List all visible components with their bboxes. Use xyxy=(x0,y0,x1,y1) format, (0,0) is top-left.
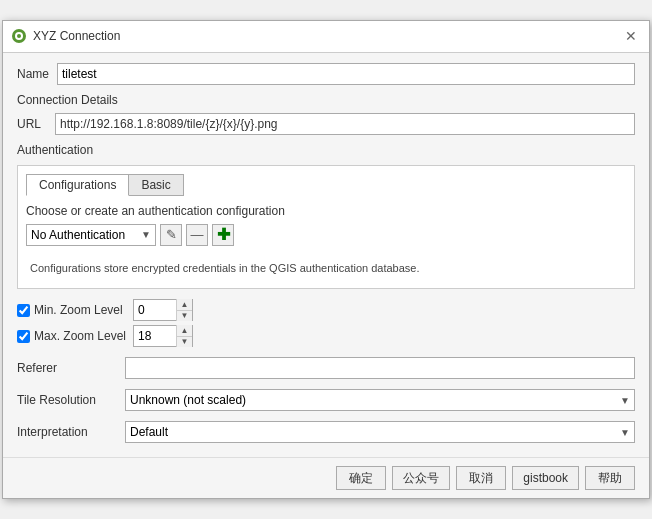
interpretation-value: Default xyxy=(130,425,168,439)
max-zoom-arrows: ▲ ▼ xyxy=(176,325,192,347)
wechat-button[interactable]: 公众号 xyxy=(392,466,450,490)
ok-button[interactable]: 确定 xyxy=(336,466,386,490)
titlebar: XYZ Connection ✕ xyxy=(3,21,649,53)
edit-icon: ✎ xyxy=(166,227,177,242)
auth-dropdown-value: No Authentication xyxy=(31,228,125,242)
auth-tabs: Configurations Basic xyxy=(26,174,626,196)
close-button[interactable]: ✕ xyxy=(621,29,641,43)
gistbook-button[interactable]: gistbook xyxy=(512,466,579,490)
add-icon: ✚ xyxy=(217,225,230,244)
url-label: URL xyxy=(17,117,47,131)
tile-resolution-select[interactable]: Unknown (not scaled) ▼ xyxy=(125,389,635,411)
cancel-button[interactable]: 取消 xyxy=(456,466,506,490)
tab-configurations[interactable]: Configurations xyxy=(26,174,129,196)
edit-auth-button[interactable]: ✎ xyxy=(160,224,182,246)
remove-auth-button[interactable]: — xyxy=(186,224,208,246)
min-zoom-label: Min. Zoom Level xyxy=(17,303,127,317)
tile-resolution-value: Unknown (not scaled) xyxy=(130,393,246,407)
referer-input[interactable] xyxy=(125,357,635,379)
max-zoom-checkbox[interactable] xyxy=(17,330,30,343)
max-zoom-label: Max. Zoom Level xyxy=(17,329,127,343)
min-zoom-spinbox: ▲ ▼ xyxy=(133,299,193,321)
min-zoom-down-button[interactable]: ▼ xyxy=(177,311,192,322)
max-zoom-up-button[interactable]: ▲ xyxy=(177,325,192,337)
max-zoom-input[interactable] xyxy=(134,326,176,346)
auth-config-row: No Authentication ▼ ✎ — ✚ xyxy=(26,224,626,246)
connection-details-label: Connection Details xyxy=(17,93,635,107)
referer-label: Referer xyxy=(17,361,117,375)
help-button[interactable]: 帮助 xyxy=(585,466,635,490)
authentication-box: Configurations Basic Choose or create an… xyxy=(17,165,635,290)
min-zoom-input[interactable] xyxy=(134,300,176,320)
window-title: XYZ Connection xyxy=(33,29,120,43)
min-zoom-arrows: ▲ ▼ xyxy=(176,299,192,321)
auth-config-description: Choose or create an authentication confi… xyxy=(26,204,626,218)
interpretation-arrow-icon: ▼ xyxy=(620,427,630,438)
auth-dropdown-arrow-icon: ▼ xyxy=(141,229,151,240)
max-zoom-spinbox: ▲ ▼ xyxy=(133,325,193,347)
referer-row: Referer xyxy=(17,357,635,379)
add-auth-button[interactable]: ✚ xyxy=(212,224,234,246)
url-input[interactable] xyxy=(55,113,635,135)
name-label: Name xyxy=(17,67,49,81)
dialog-content: Name Connection Details URL Authenticati… xyxy=(3,53,649,454)
tile-resolution-label: Tile Resolution xyxy=(17,393,117,407)
authentication-label: Authentication xyxy=(17,143,635,157)
tab-basic[interactable]: Basic xyxy=(129,174,183,196)
min-zoom-up-button[interactable]: ▲ xyxy=(177,299,192,311)
titlebar-left: XYZ Connection xyxy=(11,28,120,44)
name-row: Name xyxy=(17,63,635,85)
name-input[interactable] xyxy=(57,63,635,85)
xyz-connection-dialog: XYZ Connection ✕ Name Connection Details… xyxy=(2,20,650,500)
min-zoom-row: Min. Zoom Level ▲ ▼ xyxy=(17,299,635,321)
interpretation-row: Interpretation Default ▼ xyxy=(17,421,635,443)
tile-resolution-arrow-icon: ▼ xyxy=(620,395,630,406)
url-row: URL xyxy=(17,113,635,135)
max-zoom-down-button[interactable]: ▼ xyxy=(177,337,192,348)
remove-icon: — xyxy=(191,227,204,242)
tile-resolution-row: Tile Resolution Unknown (not scaled) ▼ xyxy=(17,389,635,411)
footer: 确定 公众号 取消 gistbook 帮助 xyxy=(3,457,649,498)
interpretation-label: Interpretation xyxy=(17,425,117,439)
interpretation-select[interactable]: Default ▼ xyxy=(125,421,635,443)
zoom-section: Min. Zoom Level ▲ ▼ Max. Zoom Level xyxy=(17,299,635,347)
min-zoom-checkbox[interactable] xyxy=(17,304,30,317)
qgis-logo-icon xyxy=(11,28,27,44)
auth-dropdown[interactable]: No Authentication ▼ xyxy=(26,224,156,246)
max-zoom-row: Max. Zoom Level ▲ ▼ xyxy=(17,325,635,347)
auth-info-text: Configurations store encrypted credentia… xyxy=(26,252,626,281)
svg-point-2 xyxy=(17,34,21,38)
